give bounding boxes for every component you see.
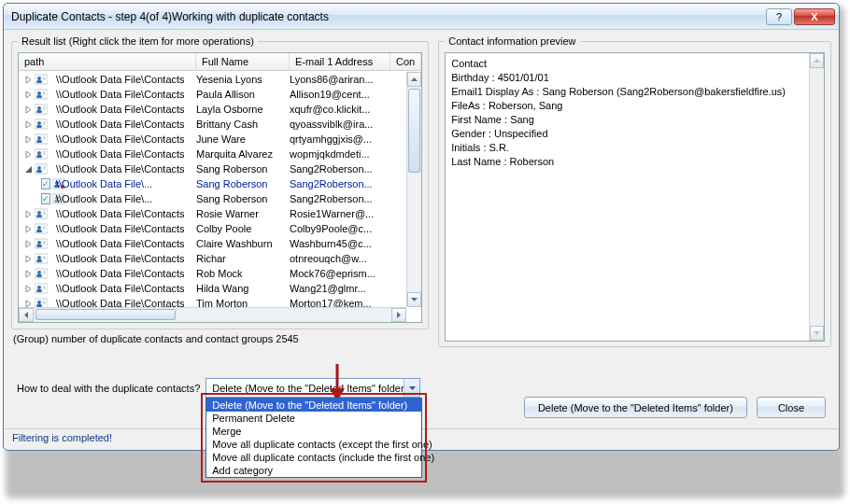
table-row[interactable]: \\Outlook Data File\ContactsRosie Warner… — [19, 206, 406, 221]
tree-gutter — [19, 208, 56, 219]
table-row[interactable]: ✓\\Outlook Data File\...Sang RobersonSan… — [19, 176, 406, 191]
vertical-scrollbar[interactable] — [406, 72, 421, 307]
preview-line: Last Name : Roberson — [451, 155, 818, 169]
table-row[interactable]: ✓\\Outlook Data File\...Sang RobersonSan… — [19, 191, 406, 206]
twisty-closed-icon[interactable] — [24, 270, 33, 278]
table-row[interactable]: \\Outlook Data File\ContactsJune Wareqrt… — [19, 132, 406, 147]
twisty-open-icon[interactable] — [24, 165, 33, 174]
hscroll-thumb[interactable] — [35, 309, 176, 320]
table-row[interactable]: \\Outlook Data File\ContactsPaula Alliso… — [19, 87, 406, 102]
row-checkbox[interactable]: ✓ — [41, 178, 50, 189]
window-close-button[interactable]: X — [794, 8, 835, 25]
table-row[interactable]: \\Outlook Data File\ContactsRicharotnreo… — [19, 251, 406, 266]
twisty-closed-icon[interactable] — [24, 135, 33, 144]
row-checkbox[interactable]: ✓ — [41, 193, 50, 204]
tree-gutter — [19, 133, 56, 145]
preview-pane[interactable]: Contact Birthday : 4501/01/01 Email1 Dis… — [445, 52, 825, 342]
scroll-up-button[interactable] — [407, 72, 421, 87]
contact-icon — [35, 148, 48, 160]
horizontal-scrollbar[interactable] — [19, 307, 406, 322]
col-fullname[interactable]: Full Name — [196, 53, 290, 70]
table-row[interactable]: \\Outlook Data File\ContactsMarquita Alv… — [19, 147, 406, 161]
scroll-left-button[interactable] — [19, 308, 34, 322]
action-combo[interactable]: Delete (Move to the "Deleted Items" fold… — [205, 378, 420, 398]
svg-marker-99 — [814, 59, 820, 63]
table-row[interactable]: \\Outlook Data File\ContactsTim MortonMo… — [19, 296, 406, 307]
cell-email: Allison19@cent... — [290, 89, 390, 100]
twisty-closed-icon[interactable] — [24, 300, 33, 308]
preview-scroll-up[interactable] — [810, 53, 824, 68]
title-bar[interactable]: Duplicate Contacts - step 4(of 4)Working… — [4, 4, 839, 30]
svg-rect-62 — [36, 230, 42, 232]
twisty-closed-icon[interactable] — [24, 210, 33, 218]
svg-marker-101 — [409, 386, 416, 390]
preview-scrollbar[interactable] — [809, 53, 824, 341]
listview-header[interactable]: path Full Name E-mail 1 Address Con — [19, 53, 421, 71]
svg-rect-68 — [36, 245, 42, 247]
table-row[interactable]: \\Outlook Data File\ContactsYesenia Lyon… — [19, 72, 406, 87]
svg-rect-56 — [36, 215, 42, 217]
dropdown-option[interactable]: Delete (Move to the "Deleted Items" fold… — [206, 399, 421, 412]
twisty-closed-icon[interactable] — [24, 91, 33, 99]
preview-group: Contact information preview Contact Birt… — [438, 35, 831, 347]
col-contact[interactable]: Con — [390, 53, 421, 70]
table-row[interactable]: \\Outlook Data File\ContactsClaire Washb… — [19, 236, 406, 251]
dropdown-option[interactable]: Add category — [206, 464, 421, 477]
cell-email: wopmjqkdmdeti... — [290, 148, 390, 160]
col-path[interactable]: path — [19, 53, 196, 70]
svg-point-67 — [37, 241, 41, 245]
dialog-window: Duplicate Contacts - step 4(of 4)Working… — [3, 3, 840, 451]
cell-email: qrtyamhggjxis@... — [290, 133, 390, 145]
vscroll-thumb[interactable] — [408, 89, 420, 173]
svg-rect-39 — [36, 170, 42, 173]
cell-name: Colby Poole — [196, 223, 290, 234]
scroll-right-button[interactable] — [391, 308, 406, 322]
table-row[interactable]: \\Outlook Data File\ContactsBrittany Cas… — [19, 117, 406, 132]
help-button[interactable]: ? — [766, 8, 792, 25]
cell-email: Morton17@kem... — [290, 298, 390, 307]
preview-scroll-down[interactable] — [810, 326, 824, 341]
table-row[interactable]: \\Outlook Data File\ContactsLayla Osborn… — [19, 102, 406, 117]
cell-path: \\Outlook Data File\Contacts — [56, 148, 196, 160]
cell-name: Yesenia Lyons — [196, 74, 290, 85]
svg-marker-6 — [26, 91, 31, 98]
svg-point-55 — [37, 211, 41, 215]
contact-icon — [35, 133, 48, 145]
contact-icon — [35, 268, 48, 279]
twisty-closed-icon[interactable] — [24, 120, 33, 129]
svg-rect-9 — [36, 95, 42, 98]
delete-button[interactable]: Delete (Move to the "Deleted Items" fold… — [524, 397, 747, 418]
table-row[interactable]: \\Outlook Data File\ContactsSang Roberso… — [19, 161, 406, 176]
table-row[interactable]: \\Outlook Data File\ContactsColby PooleC… — [19, 221, 406, 236]
combo-dropdown-button[interactable] — [404, 379, 419, 397]
col-email[interactable]: E-mail 1 Address — [290, 53, 390, 70]
cell-path: \\Outlook Data File\Contacts — [56, 298, 196, 307]
close-button[interactable]: Close — [757, 397, 826, 418]
cell-email: Sang2Roberson... — [290, 193, 390, 204]
twisty-closed-icon[interactable] — [24, 285, 33, 293]
twisty-closed-icon[interactable] — [24, 255, 33, 263]
dropdown-option[interactable]: Permanent Delete — [206, 412, 421, 425]
close-button-label: Close — [778, 402, 804, 413]
result-listview[interactable]: path Full Name E-mail 1 Address Con \\Ou… — [18, 52, 422, 323]
twisty-closed-icon[interactable] — [24, 240, 33, 248]
cell-path: \\Outlook Data File\Contacts — [56, 104, 196, 115]
svg-marker-18 — [26, 121, 31, 128]
table-row[interactable]: \\Outlook Data File\ContactsRob MockMock… — [19, 266, 406, 281]
close-icon: X — [811, 11, 817, 22]
dropdown-option[interactable]: Merge — [206, 425, 421, 438]
action-dropdown[interactable]: Delete (Move to the "Deleted Items" fold… — [205, 398, 422, 478]
twisty-closed-icon[interactable] — [24, 105, 33, 114]
table-row[interactable]: \\Outlook Data File\ContactsHilda WangWa… — [19, 281, 406, 296]
svg-marker-100 — [814, 331, 820, 335]
contact-icon — [35, 223, 48, 234]
twisty-closed-icon[interactable] — [24, 150, 33, 159]
dropdown-option[interactable]: Move all duplicate contacts (include the… — [206, 451, 421, 464]
svg-marker-30 — [26, 151, 31, 158]
twisty-closed-icon[interactable] — [24, 225, 33, 233]
tree-gutter: ✓ — [19, 178, 56, 189]
svg-marker-12 — [26, 106, 31, 113]
scroll-down-button[interactable] — [407, 292, 421, 307]
twisty-closed-icon[interactable] — [24, 76, 33, 84]
dropdown-option[interactable]: Move all duplicate contacts (except the … — [206, 438, 421, 451]
